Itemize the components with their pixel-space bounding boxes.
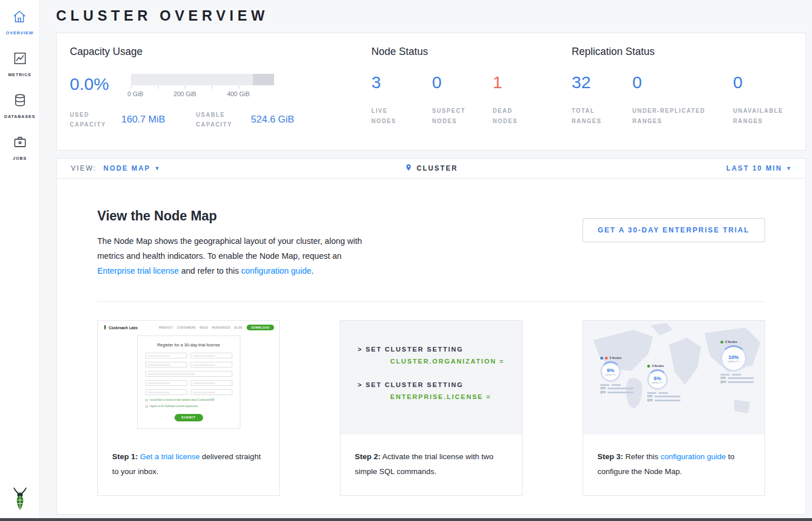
section-title: Replication Status: [572, 46, 806, 58]
view-bar: VIEW: NODE MAP ▾ CLUSTER LAST 10 MIN ▾: [56, 158, 806, 179]
unavailable-ranges-stat: 0 UNAVAILABLE RANGES: [733, 74, 797, 127]
mini-nav-item: PRODUCT: [159, 326, 173, 329]
step1-card: Cockroach Labs PRODUCT CUSTOMERS DOCS RE…: [97, 320, 280, 496]
step2-card: > SET CLUSTER SETTING CLUSTER.ORGANIZATI…: [340, 320, 522, 496]
node-map-panel: View the Node Map The Node Map shows the…: [56, 179, 806, 515]
node-status-section: Node Status 3 LIVE NODES 0 SUSPECT NODES…: [358, 46, 559, 150]
capacity-donut: 6% CAPACITY: [647, 369, 668, 390]
cluster-capacity-label: CAPACITY: [604, 374, 616, 376]
usable-capacity-label: USABLE CAPACITY: [196, 110, 247, 129]
chart-icon: [13, 51, 27, 68]
mini-trial-form: Register for a 30-day trial license I wo…: [137, 336, 240, 429]
configuration-guide-link[interactable]: configuration guide: [660, 452, 726, 461]
sidebar-item-label: JOBS: [13, 156, 26, 161]
view-selected-value: NODE MAP: [104, 164, 150, 172]
capacity-donut: 10% CAPACITY: [720, 345, 747, 372]
map-cluster: 3 Nodes 6% CAPACITY CPU QPS: [647, 364, 680, 402]
total-ranges-stat: 32 TOTAL RANGES: [572, 74, 632, 127]
page-title: CLUSTER OVERVIEW: [56, 0, 806, 33]
live-nodes-label: LIVE NODES: [371, 106, 406, 127]
breadcrumb-cluster: CLUSTER: [405, 163, 458, 173]
live-nodes-count: 3: [371, 74, 432, 91]
dead-nodes-stat: 1 DEAD NODES: [493, 74, 553, 127]
mini-nav-item: DOCS: [200, 326, 208, 329]
total-ranges-label: TOTAL RANGES: [572, 106, 606, 127]
sidebar-item-overview[interactable]: OVERVIEW: [6, 9, 33, 35]
sidebar-item-label: OVERVIEW: [6, 30, 33, 35]
node-map-heading: View the Node Map: [97, 208, 362, 224]
step2-caption: Step 2: Activate the trial license with …: [340, 435, 522, 479]
cluster-capacity-pct: 10%: [728, 354, 739, 360]
mini-form-title: Register for a 30-day trial license: [145, 342, 232, 348]
sidebar-item-jobs[interactable]: JOBS: [13, 135, 27, 161]
view-label: VIEW:: [71, 164, 97, 172]
cpu-stat-label: CPU: [720, 377, 726, 380]
map-cluster: 3 Nodes 9% CAPACITY CPU QPS: [600, 356, 633, 394]
node-map-description: The Node Map shows the geographical layo…: [97, 234, 362, 278]
step1-caption: Step 1: Get a trial license delivered st…: [98, 435, 279, 479]
tick-label: 400 GiB: [227, 90, 250, 97]
capacity-axis-ticks: [131, 85, 274, 89]
view-selector-dropdown[interactable]: NODE MAP ▾: [104, 164, 160, 172]
mini-nav-item: BLOG: [235, 326, 243, 329]
step2-label: Step 2:: [355, 452, 381, 461]
sidebar-item-metrics[interactable]: METRICS: [8, 51, 31, 77]
description-text: and refer to this: [179, 266, 241, 275]
mini-site-nav: PRODUCT CUSTOMERS DOCS RESOURCES BLOG DO…: [159, 325, 274, 330]
cluster-breadcrumb-label: CLUSTER: [417, 164, 458, 172]
map-pin-icon: [405, 163, 412, 173]
sidebar-item-databases[interactable]: DATABASES: [4, 93, 35, 119]
step2-code-block: > SET CLUSTER SETTING CLUSTER.ORGANIZATI…: [340, 321, 522, 435]
cluster-capacity-label: CAPACITY: [727, 361, 739, 363]
under-replicated-ranges-stat: 0 UNDER-REPLICATED RANGES: [632, 74, 733, 127]
suspect-nodes-label: SUSPECT NODES: [432, 106, 473, 127]
get-trial-license-link[interactable]: Get a trial license: [140, 452, 200, 461]
usable-capacity-value: 524.6 GiB: [251, 114, 295, 125]
mini-nav-item: CUSTOMERS: [177, 326, 196, 329]
live-nodes-stat: 3 LIVE NODES: [371, 74, 432, 127]
cluster-nodes-label: 3 Nodes: [652, 364, 664, 368]
capacity-used-percent: 0.0%: [70, 74, 131, 93]
total-ranges-count: 32: [572, 74, 632, 91]
time-range-value: LAST 10 MIN: [726, 164, 782, 172]
map-cluster: 2 Nodes 10% CAPACITY CPU QPS: [720, 340, 754, 384]
step3-label: Step 3:: [597, 452, 623, 461]
step3-node-map-preview: 3 Nodes 9% CAPACITY CPU QPS: [583, 321, 765, 435]
cluster-nodes-label: 3 Nodes: [609, 356, 621, 360]
sql-command-arg: ENTERPRISE.LICENSE =: [390, 393, 522, 400]
cluster-summary-card: Capacity Usage 0.0% 0 GiB: [56, 33, 806, 151]
mini-nav-item: RESOURCES: [212, 326, 230, 329]
dead-nodes-count: 1: [493, 74, 553, 91]
sidebar: OVERVIEW METRICS DATABASES JOBS: [0, 0, 40, 521]
qps-stat-label: QPS: [647, 399, 653, 402]
description-line: metrics and health indicators. To enable…: [97, 248, 362, 263]
section-title: Capacity Usage: [70, 46, 358, 58]
tick-label: 0 GiB: [128, 90, 144, 97]
configuration-guide-link[interactable]: configuration guide: [241, 266, 311, 275]
enterprise-trial-license-link[interactable]: Enterprise trial license: [97, 266, 179, 275]
time-range-dropdown[interactable]: LAST 10 MIN ▾: [726, 164, 791, 172]
mini-download-button: DOWNLOAD: [247, 325, 274, 330]
tick-label: 200 GiB: [173, 90, 196, 97]
step3-text: Refer this: [623, 452, 660, 461]
mini-brand-text: Cockroach Labs: [109, 326, 138, 330]
mini-checkbox-label: I would like to receive email updates ab…: [149, 398, 215, 402]
qps-stat-label: QPS: [600, 391, 606, 394]
capacity-bar-segment: [253, 74, 275, 85]
enterprise-trial-button[interactable]: GET A 30-DAY ENTERPRISE TRIAL: [583, 218, 765, 242]
window-bottom-edge: [0, 518, 812, 521]
cluster-capacity-pct: 6%: [653, 376, 661, 381]
main-content: CLUSTER OVERVIEW Capacity Usage 0.0%: [40, 0, 812, 515]
home-icon: [12, 9, 27, 26]
node-dot-icon: [647, 365, 650, 368]
mini-cockroach-logo: Cockroach Labs: [103, 325, 138, 330]
section-title: Node Status: [371, 46, 559, 58]
sql-command-arg: CLUSTER.ORGANIZATION =: [390, 358, 522, 365]
sql-command: > SET CLUSTER SETTING: [358, 381, 522, 388]
used-capacity-value: 160.7 MiB: [121, 114, 165, 125]
chevron-down-icon: ▾: [156, 165, 160, 171]
section-divider: [97, 301, 765, 302]
cluster-capacity-pct: 9%: [607, 368, 614, 373]
used-capacity-label: USED CAPACITY: [70, 110, 117, 129]
briefcase-icon: [13, 135, 27, 152]
